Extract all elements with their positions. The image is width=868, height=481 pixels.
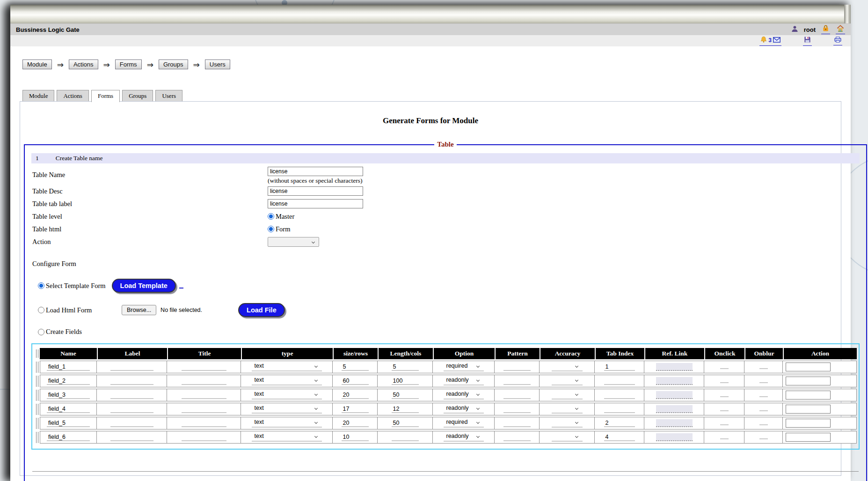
option-select[interactable]: readonly (444, 405, 484, 414)
label-input[interactable] (110, 406, 153, 413)
tab-module[interactable]: Module (22, 90, 54, 101)
accuracy-select[interactable] (552, 433, 583, 442)
action-input[interactable] (786, 419, 831, 428)
onclick-textarea[interactable] (720, 368, 729, 369)
size-input[interactable]: 17 (342, 406, 369, 413)
length-input[interactable]: 50 (392, 392, 419, 399)
tab-forms[interactable]: Forms (91, 90, 120, 102)
table-html-form-radio[interactable] (268, 226, 274, 232)
onclick-textarea[interactable] (720, 410, 729, 411)
accuracy-select[interactable] (552, 405, 583, 414)
lock-link[interactable] (821, 25, 830, 34)
flow-button-actions[interactable]: Actions (69, 59, 98, 69)
title-input[interactable] (182, 392, 226, 399)
table-desc-input[interactable] (268, 186, 363, 196)
create-fields-radio[interactable] (38, 329, 44, 335)
tab-index-input[interactable] (604, 392, 635, 399)
action-select[interactable] (268, 237, 319, 247)
onclick-textarea[interactable] (720, 438, 729, 439)
print-link[interactable] (833, 36, 842, 45)
title-input[interactable] (182, 434, 226, 441)
name-input[interactable]: field_4 (47, 406, 90, 413)
row-grip[interactable] (34, 389, 40, 401)
browse-button[interactable]: Browse... (122, 305, 156, 315)
tab-index-input[interactable] (604, 377, 635, 385)
ref-link-field[interactable] (656, 377, 693, 385)
title-input[interactable] (182, 377, 226, 385)
type-select[interactable]: text (252, 377, 322, 385)
pattern-input[interactable] (503, 377, 531, 385)
onblur-textarea[interactable] (759, 424, 768, 425)
tab-actions[interactable]: Actions (57, 90, 88, 101)
row-grip[interactable] (34, 431, 40, 444)
type-select[interactable]: text (252, 363, 322, 371)
action-input[interactable] (786, 433, 831, 442)
name-input[interactable]: field_1 (47, 363, 90, 371)
accuracy-select[interactable] (552, 363, 583, 371)
option-select[interactable]: readonly (444, 433, 484, 442)
action-input[interactable] (786, 405, 831, 414)
size-input[interactable]: 20 (342, 420, 369, 427)
name-input[interactable]: field_6 (47, 434, 90, 441)
row-grip[interactable] (34, 403, 40, 415)
name-input[interactable]: field_3 (47, 392, 90, 399)
home-link[interactable] (836, 25, 845, 34)
pattern-input[interactable] (503, 363, 531, 371)
table-level-master-radio[interactable] (268, 213, 274, 220)
accuracy-select[interactable] (552, 419, 583, 428)
tab-index-input[interactable]: 2 (604, 420, 635, 427)
option-select[interactable]: readonly (444, 377, 484, 385)
row-grip[interactable] (34, 361, 40, 373)
load-file-button[interactable]: Load File (239, 303, 284, 317)
table-name-input[interactable] (268, 167, 363, 176)
type-select[interactable]: text (252, 433, 322, 442)
ref-link-field[interactable] (656, 419, 693, 427)
action-input[interactable] (786, 391, 831, 400)
label-input[interactable] (110, 434, 153, 441)
label-input[interactable] (110, 420, 153, 427)
ref-link-field[interactable] (656, 391, 693, 399)
underscore-link[interactable] (179, 283, 183, 289)
accuracy-select[interactable] (552, 377, 583, 385)
tab-index-input[interactable]: 4 (604, 434, 635, 441)
tab-index-input[interactable] (604, 406, 635, 413)
type-select[interactable]: text (252, 419, 322, 428)
tab-groups[interactable]: Groups (122, 90, 153, 101)
size-input[interactable]: 5 (342, 363, 369, 371)
flow-button-forms[interactable]: Forms (115, 59, 142, 69)
length-input[interactable] (392, 434, 419, 441)
tab-index-input[interactable]: 1 (604, 363, 635, 371)
row-grip[interactable] (34, 375, 40, 387)
option-select[interactable]: readonly (444, 391, 484, 400)
load-html-radio[interactable] (38, 307, 44, 313)
name-input[interactable]: field_2 (47, 377, 90, 385)
title-input[interactable] (182, 406, 226, 413)
row-grip[interactable] (34, 417, 40, 429)
label-input[interactable] (110, 377, 153, 385)
length-input[interactable]: 12 (392, 406, 419, 413)
table-tab-label-input[interactable] (268, 199, 363, 208)
action-input[interactable] (786, 377, 831, 385)
pattern-input[interactable] (503, 434, 531, 441)
tab-users[interactable]: Users (155, 90, 182, 101)
option-select[interactable]: required (444, 363, 484, 371)
flow-button-module[interactable]: Module (22, 59, 52, 69)
action-input[interactable] (786, 363, 831, 371)
name-input[interactable]: field_5 (47, 420, 90, 427)
notifications-link[interactable]: 3 (759, 36, 781, 46)
save-link[interactable] (803, 36, 812, 46)
onblur-textarea[interactable] (759, 410, 768, 411)
size-input[interactable]: 20 (342, 392, 369, 399)
onclick-textarea[interactable] (720, 424, 729, 425)
onblur-textarea[interactable] (759, 438, 768, 439)
ref-link-field[interactable] (656, 433, 693, 441)
onclick-textarea[interactable] (720, 382, 729, 383)
onclick-textarea[interactable] (720, 396, 729, 397)
option-select[interactable]: required (444, 419, 484, 428)
flow-button-users[interactable]: Users (205, 59, 230, 69)
ref-link-field[interactable] (656, 405, 693, 413)
title-input[interactable] (182, 420, 226, 427)
onblur-textarea[interactable] (759, 382, 768, 383)
load-template-button[interactable]: Load Template (112, 279, 175, 292)
onblur-textarea[interactable] (759, 368, 768, 369)
